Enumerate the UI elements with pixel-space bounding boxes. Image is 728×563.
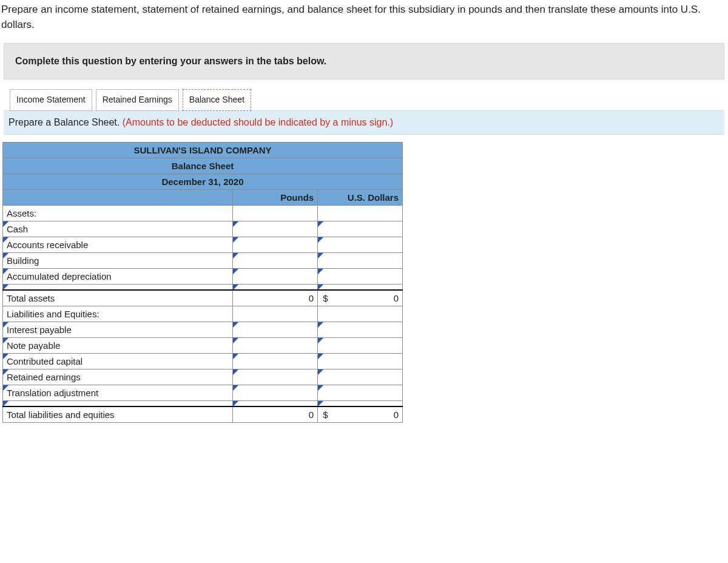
- currency-symbol: $: [322, 293, 328, 303]
- asset-row-label[interactable]: Accumulated depreciation: [3, 268, 233, 284]
- asset-pounds-input[interactable]: [233, 237, 318, 252]
- liability-pounds-input[interactable]: [233, 353, 318, 369]
- liability-dollars-input[interactable]: [318, 337, 403, 353]
- total-assets-dollars: $ 0: [318, 290, 403, 306]
- liability-pounds-input[interactable]: [233, 322, 318, 337]
- liability-dollars-input[interactable]: [318, 385, 403, 400]
- asset-pounds-input[interactable]: [233, 284, 318, 290]
- liability-pounds-input[interactable]: [233, 369, 318, 385]
- liability-row-label[interactable]: Note payable: [3, 337, 233, 353]
- asset-row-label[interactable]: [3, 284, 233, 290]
- hint-warning: (Amounts to be deducted should be indica…: [123, 117, 394, 127]
- tab-row: Income Statement Retained Earnings Balan…: [10, 89, 728, 111]
- total-liabilities-pounds: 0: [233, 406, 318, 423]
- liability-row-label[interactable]: Retained earnings: [3, 369, 233, 385]
- sheet-date: December 31, 2020: [3, 174, 403, 189]
- asset-dollars-input[interactable]: [318, 221, 403, 237]
- total-assets-pounds: 0: [233, 290, 318, 306]
- balance-sheet-table: SULLIVAN'S ISLAND COMPANY Balance Sheet …: [2, 142, 403, 423]
- liability-pounds-input[interactable]: [233, 385, 318, 400]
- asset-dollars-input[interactable]: [318, 252, 403, 268]
- tab-balance-sheet[interactable]: Balance Sheet: [183, 89, 251, 111]
- tab-retained-earnings[interactable]: Retained Earnings: [96, 89, 179, 111]
- asset-dollars-input[interactable]: [318, 284, 403, 290]
- liability-dollars-input[interactable]: [318, 322, 403, 337]
- dollars-col-header: U.S. Dollars: [318, 189, 403, 205]
- liability-row-label[interactable]: [3, 400, 233, 406]
- question-instructions: Prepare an income statement, statement o…: [0, 0, 728, 43]
- hint-bar: Prepare a Balance Sheet. (Amounts to be …: [4, 110, 724, 135]
- liabilities-section-header: Liabilities and Equities:: [3, 306, 233, 322]
- blank-cell: [233, 306, 318, 322]
- liability-pounds-input[interactable]: [233, 337, 318, 353]
- hint-prefix: Prepare a Balance Sheet.: [8, 117, 123, 127]
- asset-pounds-input[interactable]: [233, 252, 318, 268]
- asset-row-label[interactable]: Building: [3, 252, 233, 268]
- liability-dollars-input[interactable]: [318, 353, 403, 369]
- asset-row-label[interactable]: Accounts receivable: [3, 237, 233, 252]
- liability-row-label[interactable]: Translation adjustment: [3, 385, 233, 400]
- liability-row-label[interactable]: Contributed capital: [3, 353, 233, 369]
- completion-banner: Complete this question by entering your …: [4, 43, 724, 79]
- tab-income-statement[interactable]: Income Statement: [10, 89, 92, 111]
- currency-symbol: $: [322, 410, 328, 420]
- asset-pounds-input[interactable]: [233, 268, 318, 284]
- blank-cell: [233, 205, 318, 221]
- blank-col-header: [3, 189, 233, 205]
- asset-dollars-input[interactable]: [318, 268, 403, 284]
- liability-dollars-input[interactable]: [318, 400, 403, 406]
- pounds-col-header: Pounds: [233, 189, 318, 205]
- company-header: SULLIVAN'S ISLAND COMPANY: [3, 142, 403, 158]
- assets-section-header: Assets:: [3, 205, 233, 221]
- total-liabilities-dollars: $ 0: [318, 406, 403, 423]
- liability-row-label[interactable]: Interest payable: [3, 322, 233, 337]
- asset-pounds-input[interactable]: [233, 221, 318, 237]
- blank-cell: [318, 205, 403, 221]
- liability-pounds-input[interactable]: [233, 400, 318, 406]
- asset-dollars-input[interactable]: [318, 237, 403, 252]
- total-liabilities-label: Total liabilities and equities: [3, 406, 233, 423]
- sheet-title: Balance Sheet: [3, 158, 403, 174]
- total-assets-dollars-value: 0: [328, 293, 399, 303]
- total-liabilities-dollars-value: 0: [328, 410, 399, 420]
- blank-cell: [318, 306, 403, 322]
- liability-dollars-input[interactable]: [318, 369, 403, 385]
- asset-row-label[interactable]: Cash: [3, 221, 233, 237]
- total-assets-label: Total assets: [3, 290, 233, 306]
